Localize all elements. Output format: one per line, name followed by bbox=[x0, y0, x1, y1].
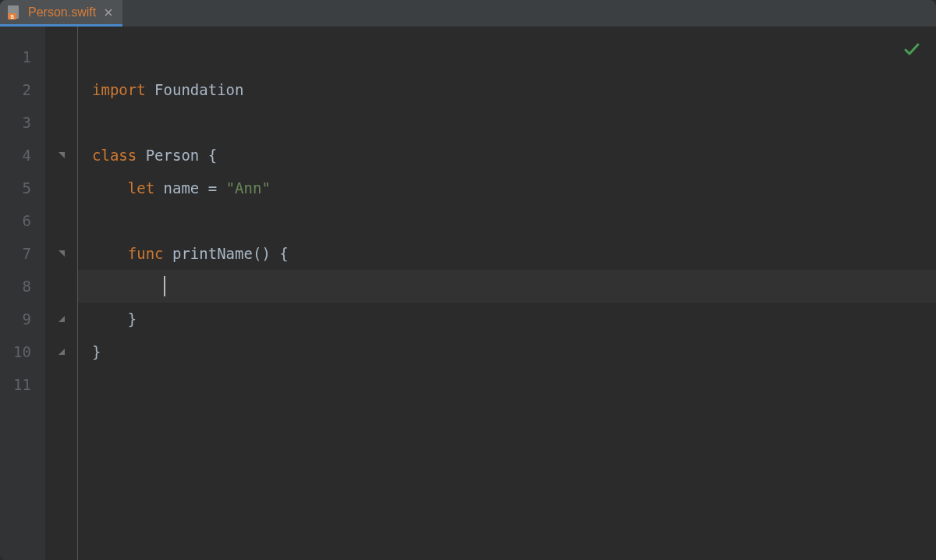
file-tab[interactable]: S Person.swift bbox=[0, 0, 122, 27]
line-number[interactable]: 6 bbox=[0, 204, 45, 237]
line-number[interactable]: 7 bbox=[0, 237, 45, 270]
code-line[interactable]: let name = "Ann" bbox=[78, 172, 936, 204]
code-line[interactable] bbox=[78, 41, 936, 73]
line-number[interactable]: 2 bbox=[0, 73, 45, 106]
fold-gutter bbox=[45, 27, 78, 560]
line-number[interactable]: 11 bbox=[0, 368, 45, 401]
code-line[interactable]: class Person { bbox=[78, 139, 936, 172]
swift-file-icon: S bbox=[6, 5, 22, 20]
code-line[interactable] bbox=[78, 204, 936, 237]
fold-expand-icon[interactable] bbox=[56, 150, 67, 161]
code-line[interactable] bbox=[78, 368, 936, 401]
code-line[interactable] bbox=[78, 106, 936, 139]
line-number[interactable]: 1 bbox=[0, 41, 45, 73]
fold-collapse-icon[interactable] bbox=[56, 314, 67, 324]
close-icon[interactable] bbox=[102, 6, 115, 19]
line-number[interactable]: 8 bbox=[0, 270, 45, 303]
editor: 1 2 3 4 5 6 7 8 9 10 11 bbox=[0, 27, 936, 560]
tab-bar: S Person.swift bbox=[0, 0, 936, 27]
line-number[interactable]: 5 bbox=[0, 172, 45, 204]
svg-text:S: S bbox=[10, 13, 14, 19]
tab-filename: Person.swift bbox=[28, 5, 96, 19]
line-number[interactable]: 10 bbox=[0, 335, 45, 368]
fold-collapse-icon[interactable] bbox=[56, 346, 67, 357]
fold-expand-icon[interactable] bbox=[56, 248, 67, 259]
code-line[interactable]: import Foundation bbox=[78, 73, 936, 106]
code-line-active[interactable] bbox=[78, 270, 936, 303]
line-number-gutter: 1 2 3 4 5 6 7 8 9 10 11 bbox=[0, 27, 45, 560]
code-line[interactable]: func printName() { bbox=[78, 237, 936, 270]
line-number[interactable]: 3 bbox=[0, 106, 45, 139]
code-area[interactable]: import Foundation class Person { let nam… bbox=[78, 27, 936, 560]
line-number[interactable]: 9 bbox=[0, 303, 45, 335]
code-line[interactable]: } bbox=[78, 303, 936, 335]
text-caret bbox=[164, 276, 165, 296]
code-line[interactable]: } bbox=[78, 335, 936, 368]
line-number[interactable]: 4 bbox=[0, 139, 45, 172]
